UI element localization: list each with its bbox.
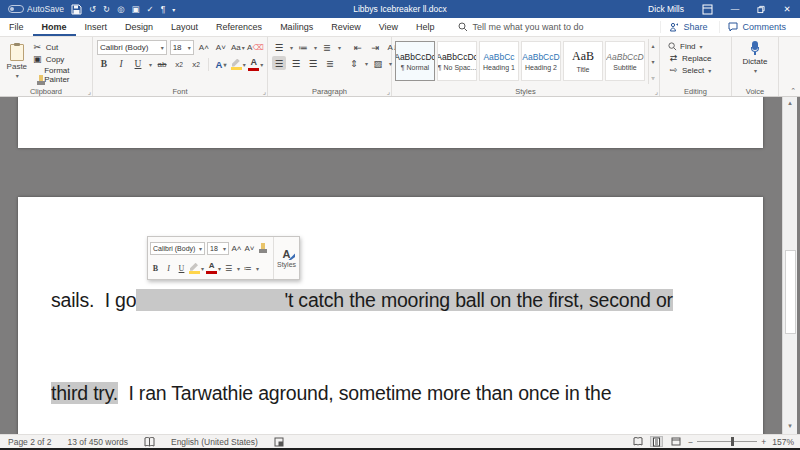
mini-underline-button[interactable]: U	[176, 262, 187, 274]
minimize-icon[interactable]: —	[722, 0, 748, 18]
tab-layout[interactable]: Layout	[162, 18, 207, 36]
scrollbar-thumb[interactable]	[785, 250, 796, 334]
mini-font-size-combo[interactable]: 18▾	[207, 242, 229, 255]
styles-gallery-down-icon[interactable]: ▾	[651, 58, 654, 65]
styles-gallery-up-icon[interactable]: ▴	[651, 42, 654, 49]
print-layout-icon[interactable]	[650, 436, 663, 447]
text-predictions-icon[interactable]	[266, 437, 292, 447]
align-center-button[interactable]: ☰	[289, 56, 303, 70]
mini-font-color-button[interactable]: A▾	[206, 262, 221, 274]
undo-icon[interactable]: ↺	[89, 4, 96, 14]
align-left-button[interactable]: ☰	[272, 56, 286, 70]
page-indicator[interactable]: Page 2 of 2	[0, 437, 59, 447]
scroll-up-icon[interactable]: ▴	[788, 97, 792, 109]
mini-bold-button[interactable]: B	[150, 262, 161, 274]
styles-dialog-launcher[interactable]: ⌟	[655, 88, 658, 96]
mini-italic-button[interactable]: I	[163, 262, 174, 274]
share-button[interactable]: Share	[660, 21, 715, 33]
clipboard-dialog-launcher[interactable]: ⌟	[88, 88, 91, 96]
font-color-button[interactable]: A▾	[249, 57, 264, 71]
copy-button[interactable]: ▣Copy	[32, 54, 90, 64]
autosave-toggle[interactable]: AutoSave	[8, 4, 64, 14]
text-effects-button[interactable]: A▾	[214, 57, 228, 71]
ribbon-display-options-icon[interactable]	[693, 0, 722, 18]
mini-highlight-button[interactable]: ▾	[189, 262, 204, 274]
numbering-button[interactable]: ≔	[296, 40, 310, 54]
mini-styles-button[interactable]: A Styles	[273, 237, 299, 279]
font-dialog-launcher[interactable]: ⌟	[263, 88, 266, 96]
mini-numbering-button[interactable]: ≔	[242, 262, 253, 274]
close-icon[interactable]: ✕	[774, 0, 800, 18]
proofing-icon[interactable]	[136, 437, 163, 447]
customize-qat-icon[interactable]: ▾	[172, 6, 175, 13]
style-subtitle[interactable]: AaBbCcD Subtitle	[605, 41, 645, 81]
tab-help[interactable]: Help	[407, 18, 444, 36]
paragraph-dialog-launcher[interactable]: ⌟	[387, 88, 390, 96]
paste-qat-icon[interactable]: ▣	[132, 4, 140, 14]
tab-home[interactable]: Home	[33, 18, 76, 36]
grow-font-icon[interactable]: A˄	[197, 41, 211, 55]
increase-indent-button[interactable]: ⇥	[368, 40, 382, 54]
align-right-button[interactable]: ☰	[306, 56, 320, 70]
italic-button[interactable]: I	[114, 57, 128, 71]
redo-icon[interactable]: ↻	[103, 4, 110, 14]
font-size-combo[interactable]: 18▾	[170, 40, 194, 55]
underline-caret-icon[interactable]: ▾	[149, 61, 152, 68]
mini-grow-font-icon[interactable]: A˄	[231, 242, 242, 254]
change-case-icon[interactable]: Aa▾	[231, 41, 245, 55]
styles-gallery-more-icon[interactable]: ▿	[651, 74, 654, 81]
page-2[interactable]: sails. I go't catch the mooring ball on …	[18, 197, 763, 434]
tab-design[interactable]: Design	[116, 18, 162, 36]
bullets-button[interactable]: ☰	[272, 40, 286, 54]
paste-button[interactable]: Paste ▾	[2, 39, 32, 84]
tab-references[interactable]: References	[207, 18, 271, 36]
restore-icon[interactable]	[748, 0, 774, 18]
mini-format-painter-icon[interactable]	[257, 242, 268, 254]
read-aloud-icon[interactable]: ◎	[117, 4, 124, 14]
font-name-combo[interactable]: Calibri (Body)▾	[97, 40, 167, 55]
tab-file[interactable]: File	[0, 18, 33, 36]
dictate-button[interactable]: Dictate ▾	[743, 39, 768, 74]
read-mode-icon[interactable]	[631, 436, 644, 447]
bold-button[interactable]: B	[97, 57, 111, 71]
language-indicator[interactable]: English (United States)	[163, 437, 266, 447]
mini-bullets-button[interactable]: ☰	[223, 262, 234, 274]
collapse-ribbon-icon[interactable]: ⌃	[790, 87, 796, 95]
superscript-button[interactable]: x2	[189, 57, 203, 71]
zoom-level[interactable]: 157%	[772, 437, 794, 447]
save-icon[interactable]	[71, 4, 82, 15]
decrease-indent-button[interactable]: ⇤	[351, 40, 365, 54]
select-button[interactable]: ⇨Select▾	[668, 65, 729, 75]
shading-button[interactable]: ▨	[371, 56, 385, 70]
zoom-slider[interactable]	[697, 441, 757, 442]
style-no-spacing[interactable]: AaBbCcDc ¶ No Spac...	[437, 41, 477, 81]
mini-font-name-combo[interactable]: Calibri (Body)▾	[150, 242, 205, 255]
clear-formatting-icon[interactable]: A⌫	[248, 41, 263, 55]
style-heading2[interactable]: AaBbCcD Heading 2	[521, 41, 561, 81]
document-canvas[interactable]: aboard as a novice. While learning to sa…	[0, 97, 800, 434]
replace-button[interactable]: ⇄Replace	[668, 53, 729, 63]
editor-check-icon[interactable]: ✓	[147, 4, 154, 14]
account-user-name[interactable]: Dick Mills	[639, 0, 693, 18]
tab-mailings[interactable]: Mailings	[271, 18, 322, 36]
find-button[interactable]: Find▾	[668, 42, 729, 51]
tell-me-search[interactable]: Tell me what you want to do	[458, 18, 584, 36]
zoom-out-icon[interactable]: −	[688, 437, 693, 447]
word-count[interactable]: 13 of 450 words	[59, 437, 135, 447]
line-spacing-button[interactable]: ⇕	[347, 56, 361, 70]
comments-button[interactable]: Comments	[719, 21, 794, 33]
multilevel-list-button[interactable]: ≣	[320, 40, 334, 54]
justify-button[interactable]: ≣	[323, 56, 337, 70]
shrink-font-icon[interactable]: A˅	[214, 41, 228, 55]
subscript-button[interactable]: x2	[172, 57, 186, 71]
cut-button[interactable]: ✂Cut	[32, 42, 90, 52]
tab-review[interactable]: Review	[322, 18, 370, 36]
style-heading1[interactable]: AaBbCc Heading 1	[479, 41, 519, 81]
show-marks-icon[interactable]: ¶	[161, 4, 166, 14]
scroll-down-icon[interactable]: ▾	[788, 420, 792, 432]
tab-insert[interactable]: Insert	[76, 18, 117, 36]
page-1[interactable]: aboard as a novice. While learning to sa…	[18, 97, 763, 148]
tab-view[interactable]: View	[370, 18, 407, 36]
style-title[interactable]: AaB Title	[563, 41, 603, 81]
zoom-in-icon[interactable]: +	[761, 437, 766, 447]
